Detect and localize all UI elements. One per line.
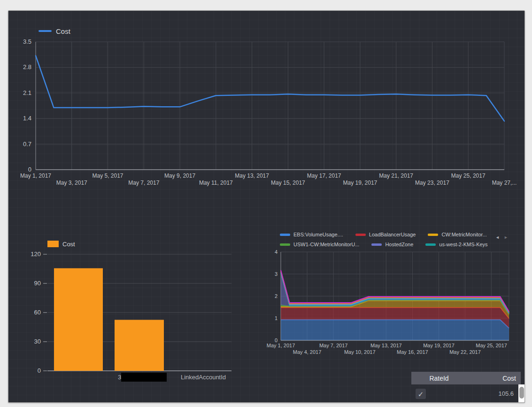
y-tick-label: 4 xyxy=(275,249,278,255)
y-tick-label: 2.1 xyxy=(23,89,31,96)
redaction-box xyxy=(121,373,167,382)
scrollbar-thumb[interactable] xyxy=(519,387,524,399)
y-tick-label: 3 xyxy=(275,271,278,277)
table-col-rateid[interactable]: RateId xyxy=(411,375,467,382)
rateid-checkbox[interactable]: ✓ xyxy=(416,389,426,399)
table-header: RateId Cost xyxy=(411,372,521,384)
y-tick-label: 0 xyxy=(28,166,31,173)
x-tick-label: May 13, 2017 xyxy=(235,172,269,179)
x-tick-label: May 11, 2017 xyxy=(199,180,233,186)
cost-line-chart[interactable]: 00.71.42.12.83.5May 1, 2017May 3, 2017Ma… xyxy=(8,24,524,196)
x-tick-label: May 19, 2017 xyxy=(343,180,378,186)
table-cost-value: 105.6 xyxy=(498,390,514,397)
y-tick-label: 0.7 xyxy=(23,141,31,148)
bar-axis-field-label: LinkedAccountId xyxy=(175,374,231,381)
x-tick-label: May 9, 2017 xyxy=(164,172,195,179)
dashboard-panel: Cost 00.71.42.12.83.5May 1, 2017May 3, 2… xyxy=(8,10,525,403)
x-tick-label: May 10, 2017 xyxy=(344,349,376,355)
x-tick-label: May 7, 2017 xyxy=(319,343,348,348)
x-tick-label: May 19, 2017 xyxy=(423,343,455,348)
y-tick-label: 1.4 xyxy=(23,115,31,122)
check-icon: ✓ xyxy=(418,391,424,398)
table-col-cost[interactable]: Cost xyxy=(467,375,521,382)
x-tick-label: May 21, 2017 xyxy=(379,172,413,179)
x-tick-label: May 3, 2017 xyxy=(56,180,87,186)
x-tick-label: May 25, 2017 xyxy=(451,172,486,179)
y-tick-label: 120 xyxy=(31,250,41,258)
x-tick-label: May 15, 2017 xyxy=(271,180,305,186)
x-tick-label: May 1, 2017 xyxy=(267,343,295,348)
bar-rect[interactable] xyxy=(115,320,164,371)
x-tick-label: May 23, 2017 xyxy=(415,180,449,186)
y-tick-label: 2.8 xyxy=(23,63,31,70)
y-tick-label: 30 xyxy=(34,338,41,345)
bar-category-label: 3 xyxy=(118,373,167,382)
table-row: ✓ 105.6 xyxy=(411,384,521,402)
area-band-0[interactable] xyxy=(281,320,509,340)
cost-bar-chart[interactable]: 0306090120 xyxy=(8,232,271,391)
x-tick-label: May 25, 2017 xyxy=(476,343,507,348)
y-tick-label: 2 xyxy=(275,293,278,299)
x-tick-label: May 1, 2017 xyxy=(20,172,51,179)
y-tick-label: 90 xyxy=(34,280,41,287)
y-tick-label: 1 xyxy=(275,315,278,321)
bar-rect[interactable] xyxy=(54,268,103,371)
x-tick-label: May 22, 2017 xyxy=(449,349,481,355)
x-tick-label: May 16, 2017 xyxy=(397,349,428,355)
x-tick-label: May 13, 2017 xyxy=(370,343,402,348)
x-tick-label: May 7, 2017 xyxy=(128,180,159,186)
y-tick-label: 60 xyxy=(34,309,41,316)
y-tick-label: 0 xyxy=(38,367,41,374)
y-tick-label: 3.5 xyxy=(23,38,31,45)
cost-line-series[interactable] xyxy=(36,56,504,121)
bar-category-text: 3 xyxy=(118,374,121,381)
x-tick-label: May 4, 2017 xyxy=(293,349,322,355)
table-scrollbar[interactable] xyxy=(518,384,525,402)
x-tick-label: May 17, 2017 xyxy=(307,172,341,179)
usage-area-chart[interactable]: 01234May 1, 2017May 4, 2017May 7, 2017Ma… xyxy=(262,227,524,368)
x-tick-label: May 5, 2017 xyxy=(93,172,123,179)
x-tick-label: May 27,... xyxy=(492,180,517,186)
